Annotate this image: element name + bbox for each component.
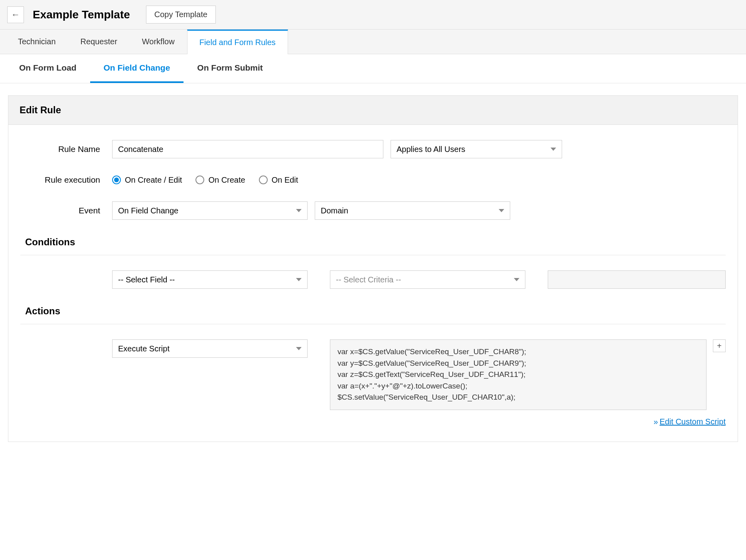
chevron-down-icon — [296, 347, 302, 350]
event-type-select[interactable]: On Field Change — [112, 201, 308, 220]
primary-tabs: Technician Requester Workflow Field and … — [0, 30, 746, 54]
radio-label: On Create — [208, 175, 245, 185]
content-area: Edit Rule Rule Name Concatenate Applies … — [0, 83, 746, 450]
radio-create[interactable]: On Create — [195, 175, 245, 185]
tab-requester[interactable]: Requester — [68, 30, 130, 54]
chevron-down-icon — [296, 278, 302, 281]
back-button[interactable]: ← — [7, 6, 24, 23]
edit-script-row: »Edit Custom Script — [20, 417, 726, 426]
action-type-select[interactable]: Execute Script — [112, 339, 308, 358]
rule-execution-label: Rule execution — [20, 175, 112, 185]
condition-field-placeholder: -- Select Field -- — [118, 275, 175, 284]
row-rule-execution: Rule execution On Create / Edit On Creat… — [20, 175, 726, 185]
actions-title: Actions — [25, 306, 726, 317]
chevron-down-icon — [514, 278, 519, 281]
tab-workflow[interactable]: Workflow — [130, 30, 187, 54]
event-type-value: On Field Change — [118, 206, 178, 215]
panel-body: Rule Name Concatenate Applies to All Use… — [8, 125, 738, 442]
condition-value-input[interactable] — [548, 270, 726, 289]
page-title: Example Template — [33, 8, 130, 21]
row-rule-name: Rule Name Concatenate Applies to All Use… — [20, 140, 726, 158]
event-label: Event — [20, 206, 112, 215]
row-actions: Execute Script var x=$CS.getValue("Servi… — [20, 339, 726, 410]
action-type-value: Execute Script — [118, 344, 170, 353]
tab-technician[interactable]: Technician — [6, 30, 68, 54]
row-conditions: -- Select Field -- -- Select Criteria -- — [20, 270, 726, 289]
radio-icon — [112, 175, 121, 184]
copy-template-button[interactable]: Copy Template — [146, 6, 216, 24]
tab-field-form-rules[interactable]: Field and Form Rules — [187, 30, 288, 54]
back-arrow-icon: ← — [11, 10, 20, 20]
rule-execution-group: On Create / Edit On Create On Edit — [112, 175, 298, 185]
rule-name-input[interactable]: Concatenate — [112, 140, 383, 158]
radio-icon — [259, 175, 268, 184]
condition-criteria-select[interactable]: -- Select Criteria -- — [330, 270, 525, 289]
subtab-field-change[interactable]: On Field Change — [90, 54, 184, 83]
radio-edit[interactable]: On Edit — [259, 175, 298, 185]
divider — [20, 324, 726, 324]
panel-header: Edit Rule — [8, 95, 738, 125]
raquo-icon: » — [653, 417, 658, 426]
subtab-form-load[interactable]: On Form Load — [6, 54, 90, 83]
conditions-title: Conditions — [25, 237, 726, 248]
chevron-down-icon — [551, 148, 556, 151]
script-textarea[interactable]: var x=$CS.getValue("ServiceReq_User_UDF_… — [330, 339, 707, 410]
condition-field-select[interactable]: -- Select Field -- — [112, 270, 308, 289]
event-field-value: Domain — [321, 206, 348, 215]
radio-create-edit[interactable]: On Create / Edit — [112, 175, 182, 185]
rule-name-label: Rule Name — [20, 144, 112, 154]
subtab-form-submit[interactable]: On Form Submit — [184, 54, 276, 83]
secondary-tabs: On Form Load On Field Change On Form Sub… — [0, 54, 746, 83]
edit-custom-script-link[interactable]: Edit Custom Script — [659, 417, 726, 426]
applies-to-value: Applies to All Users — [397, 145, 465, 154]
chevron-down-icon — [296, 209, 302, 212]
applies-to-select[interactable]: Applies to All Users — [391, 140, 562, 158]
row-event: Event On Field Change Domain — [20, 201, 726, 220]
radio-icon — [195, 175, 204, 184]
condition-criteria-placeholder: -- Select Criteria -- — [336, 275, 401, 284]
add-action-button[interactable]: + — [713, 339, 726, 352]
radio-label: On Edit — [272, 175, 298, 185]
radio-label: On Create / Edit — [125, 175, 182, 185]
divider — [20, 255, 726, 255]
chevron-down-icon — [499, 209, 504, 212]
event-field-select[interactable]: Domain — [315, 201, 510, 220]
top-bar: ← Example Template Copy Template — [0, 0, 746, 30]
